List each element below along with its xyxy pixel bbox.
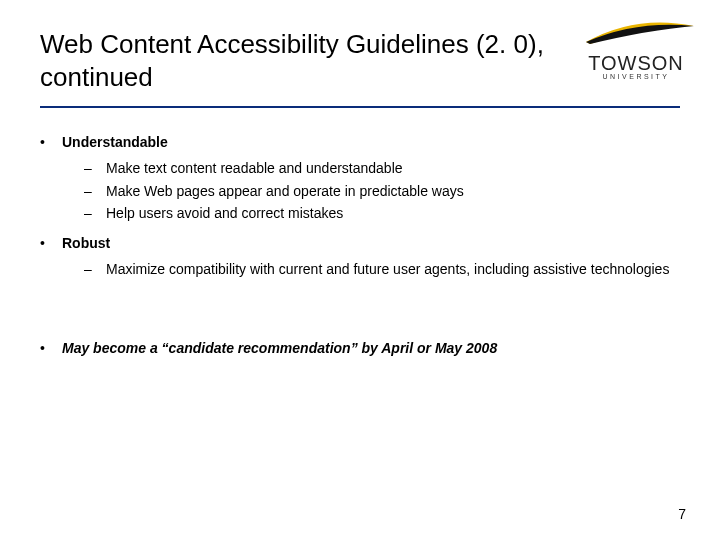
sub-item-text: Help users avoid and correct mistakes (106, 203, 680, 223)
list-item: – Help users avoid and correct mistakes (84, 203, 680, 223)
spacer (40, 290, 680, 338)
bullet-robust: • Robust (40, 233, 680, 253)
bullet-dot-icon: • (40, 233, 62, 253)
sub-item-text: Maximize compatibility with current and … (106, 259, 680, 279)
bullet-dot-icon: • (40, 132, 62, 152)
dash-icon: – (84, 158, 106, 178)
dash-icon: – (84, 203, 106, 223)
sub-items-robust: – Maximize compatibility with current an… (84, 259, 680, 279)
content-area: • Understandable – Make text content rea… (40, 132, 680, 364)
sub-item-text: Make Web pages appear and operate in pre… (106, 181, 680, 201)
list-item: – Make Web pages appear and operate in p… (84, 181, 680, 201)
footnote-text: May become a “candidate recommendation” … (62, 338, 680, 358)
list-item: – Make text content readable and underst… (84, 158, 680, 178)
sub-item-text: Make text content readable and understan… (106, 158, 680, 178)
title-underline (40, 106, 680, 108)
list-item: – Maximize compatibility with current an… (84, 259, 680, 279)
logo-word: TOWSON (576, 52, 696, 75)
bullet-dot-icon: • (40, 338, 62, 358)
page-number: 7 (678, 506, 686, 522)
title-block: Web Content Accessibility Guidelines (2.… (40, 28, 550, 93)
heading-understandable: Understandable (62, 132, 680, 152)
dash-icon: – (84, 259, 106, 279)
dash-icon: – (84, 181, 106, 201)
slide: Web Content Accessibility Guidelines (2.… (0, 0, 720, 540)
heading-robust: Robust (62, 233, 680, 253)
bullet-footnote: • May become a “candidate recommendation… (40, 338, 680, 358)
sub-items-understandable: – Make text content readable and underst… (84, 158, 680, 223)
logo-swoosh-icon (576, 20, 696, 48)
bullet-understandable: • Understandable (40, 132, 680, 152)
towson-logo: TOWSON UNIVERSITY (576, 20, 696, 80)
slide-title: Web Content Accessibility Guidelines (2.… (40, 28, 550, 93)
